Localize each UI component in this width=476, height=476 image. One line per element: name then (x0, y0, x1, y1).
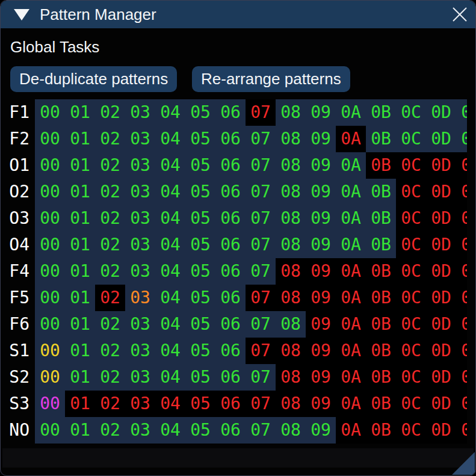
pattern-cell-O2-06[interactable]: 06 (215, 179, 246, 205)
pattern-cell-F1-08[interactable]: 08 (276, 99, 306, 126)
pattern-cell-O2-0A[interactable]: 0A (336, 179, 366, 205)
pattern-cell-O1-03[interactable]: 03 (125, 152, 155, 179)
pattern-cell-F5-0B[interactable]: 0B (366, 285, 396, 311)
pattern-cell-S1-07[interactable]: 07 (246, 338, 276, 364)
pattern-cell-NO-0A[interactable]: 0A (336, 417, 366, 444)
pattern-cell-F2-00[interactable]: 00 (35, 126, 65, 152)
pattern-cell-F6-0A[interactable]: 0A (336, 311, 366, 338)
pattern-cell-F4-0C[interactable]: 0C (396, 258, 426, 285)
pattern-cell-S1-0A[interactable]: 0A (336, 338, 366, 364)
pattern-cell-F5-08[interactable]: 08 (276, 285, 306, 311)
pattern-cell-O2-00[interactable]: 00 (35, 179, 65, 205)
pattern-cell-NO-05[interactable]: 05 (185, 417, 215, 444)
pattern-cell-S2-0B[interactable]: 0B (366, 364, 396, 391)
pattern-cell-S1-0C[interactable]: 0C (396, 338, 426, 364)
pattern-cell-S2-0C[interactable]: 0C (396, 364, 426, 391)
pattern-cell-S2-04[interactable]: 04 (155, 364, 185, 391)
pattern-cell-O1-07[interactable]: 07 (246, 152, 276, 179)
horizontal-scrollbar[interactable] (2, 448, 474, 468)
pattern-cell-F4-01[interactable]: 01 (65, 258, 95, 285)
pattern-cell-S2-09[interactable]: 09 (306, 364, 336, 391)
pattern-cell-S3-09[interactable]: 09 (306, 391, 336, 417)
pattern-cell-F4-02[interactable]: 02 (95, 258, 125, 285)
pattern-cell-F5-0E[interactable]: 0E (456, 285, 467, 311)
pattern-cell-S3-07[interactable]: 07 (246, 391, 276, 417)
pattern-cell-F2-0D[interactable]: 0D (426, 126, 456, 152)
pattern-cell-O3-0D[interactable]: 0D (426, 205, 456, 232)
pattern-cell-NO-00[interactable]: 00 (35, 417, 65, 444)
pattern-cell-S3-0E[interactable]: 0E (456, 391, 467, 417)
pattern-cell-F6-0B[interactable]: 0B (366, 311, 396, 338)
pattern-cell-F5-05[interactable]: 05 (185, 285, 215, 311)
pattern-cell-S3-0C[interactable]: 0C (396, 391, 426, 417)
pattern-cell-F5-0D[interactable]: 0D (426, 285, 456, 311)
pattern-cell-S3-0A[interactable]: 0A (336, 391, 366, 417)
pattern-cell-F5-07[interactable]: 07 (246, 285, 276, 311)
pattern-cell-O3-04[interactable]: 04 (155, 205, 185, 232)
pattern-cell-F6-03[interactable]: 03 (125, 311, 155, 338)
pattern-cell-NO-06[interactable]: 06 (215, 417, 246, 444)
pattern-cell-O1-0E[interactable]: 0E (456, 152, 467, 179)
pattern-cell-S2-05[interactable]: 05 (185, 364, 215, 391)
pattern-cell-O2-0B[interactable]: 0B (366, 179, 396, 205)
pattern-cell-NO-0E[interactable]: 0E (456, 417, 467, 444)
pattern-cell-S2-02[interactable]: 02 (95, 364, 125, 391)
pattern-cell-F4-07[interactable]: 07 (246, 258, 276, 285)
pattern-cell-O4-03[interactable]: 03 (125, 232, 155, 258)
pattern-cell-F2-06[interactable]: 06 (215, 126, 246, 152)
collapse-arrow-icon[interactable] (14, 9, 29, 20)
pattern-cell-F5-03[interactable]: 03 (125, 285, 155, 311)
pattern-cell-O1-08[interactable]: 08 (276, 152, 306, 179)
pattern-cell-F6-0E[interactable]: 0E (456, 311, 467, 338)
pattern-cell-F6-08[interactable]: 08 (276, 311, 306, 338)
pattern-cell-O3-08[interactable]: 08 (276, 205, 306, 232)
pattern-cell-F2-04[interactable]: 04 (155, 126, 185, 152)
pattern-cell-O1-00[interactable]: 00 (35, 152, 65, 179)
pattern-cell-F5-06[interactable]: 06 (215, 285, 246, 311)
pattern-cell-O4-09[interactable]: 09 (306, 232, 336, 258)
pattern-cell-O3-07[interactable]: 07 (246, 205, 276, 232)
pattern-cell-O1-02[interactable]: 02 (95, 152, 125, 179)
pattern-cell-O2-0C[interactable]: 0C (396, 179, 426, 205)
pattern-cell-O1-0B[interactable]: 0B (366, 152, 396, 179)
pattern-cell-F5-0C[interactable]: 0C (396, 285, 426, 311)
pattern-cell-O4-00[interactable]: 00 (35, 232, 65, 258)
pattern-cell-O1-09[interactable]: 09 (306, 152, 336, 179)
pattern-cell-O3-0B[interactable]: 0B (366, 205, 396, 232)
pattern-cell-S3-0D[interactable]: 0D (426, 391, 456, 417)
pattern-cell-F2-09[interactable]: 09 (306, 126, 336, 152)
pattern-cell-F4-08[interactable]: 08 (276, 258, 306, 285)
pattern-cell-S3-00[interactable]: 00 (35, 391, 65, 417)
pattern-cell-F6-0C[interactable]: 0C (396, 311, 426, 338)
pattern-cell-F4-00[interactable]: 00 (35, 258, 65, 285)
pattern-cell-S3-03[interactable]: 03 (125, 391, 155, 417)
pattern-cell-F1-0A[interactable]: 0A (336, 99, 366, 126)
pattern-cell-S2-01[interactable]: 01 (65, 364, 95, 391)
pattern-cell-F1-0C[interactable]: 0C (396, 99, 426, 126)
pattern-cell-O4-0C[interactable]: 0C (396, 232, 426, 258)
pattern-cell-F2-0A[interactable]: 0A (336, 126, 366, 152)
pattern-cell-NO-07[interactable]: 07 (246, 417, 276, 444)
pattern-cell-F2-03[interactable]: 03 (125, 126, 155, 152)
pattern-cell-F6-00[interactable]: 00 (35, 311, 65, 338)
pattern-cell-O2-0E[interactable]: 0E (456, 179, 467, 205)
pattern-cell-F6-0D[interactable]: 0D (426, 311, 456, 338)
pattern-cell-F2-07[interactable]: 07 (246, 126, 276, 152)
pattern-cell-F1-04[interactable]: 04 (155, 99, 185, 126)
pattern-cell-F5-0A[interactable]: 0A (336, 285, 366, 311)
pattern-cell-O2-09[interactable]: 09 (306, 179, 336, 205)
pattern-cell-O2-03[interactable]: 03 (125, 179, 155, 205)
pattern-cell-S2-06[interactable]: 06 (215, 364, 246, 391)
pattern-cell-S2-0D[interactable]: 0D (426, 364, 456, 391)
pattern-cell-F1-02[interactable]: 02 (95, 99, 125, 126)
pattern-cell-O3-01[interactable]: 01 (65, 205, 95, 232)
pattern-cell-S2-08[interactable]: 08 (276, 364, 306, 391)
pattern-cell-O4-0E[interactable]: 0E (456, 232, 467, 258)
rearrange-patterns-button[interactable]: Re-arrange patterns (192, 66, 350, 92)
pattern-cell-F5-00[interactable]: 00 (35, 285, 65, 311)
pattern-cell-F1-0B[interactable]: 0B (366, 99, 396, 126)
pattern-cell-NO-03[interactable]: 03 (125, 417, 155, 444)
pattern-cell-F1-01[interactable]: 01 (65, 99, 95, 126)
pattern-cell-F4-0E[interactable]: 0E (456, 258, 467, 285)
pattern-cell-O3-02[interactable]: 02 (95, 205, 125, 232)
